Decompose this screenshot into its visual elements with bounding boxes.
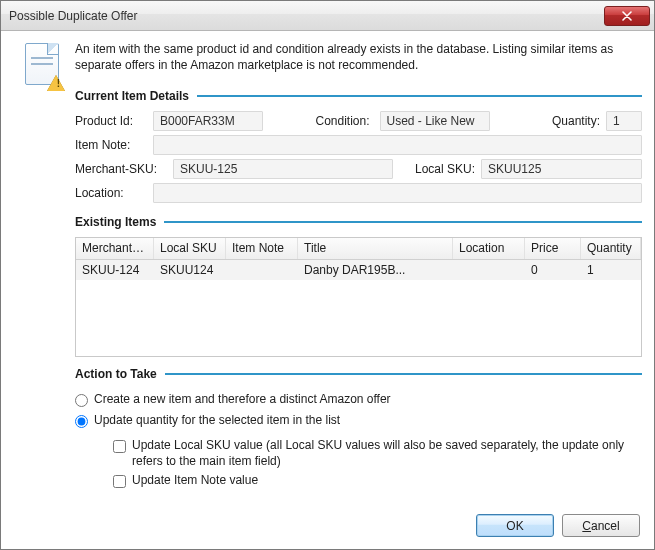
field-merchant-sku: SKUU-125 [173, 159, 393, 179]
main-column: An item with the same product id and con… [75, 41, 642, 539]
icon-column: ! [13, 41, 75, 539]
cell-item-note [226, 267, 298, 273]
field-location [153, 183, 642, 203]
ok-button-label: OK [506, 519, 523, 533]
close-button[interactable] [604, 6, 650, 26]
document-warning-icon: ! [25, 43, 59, 85]
cell-location [453, 267, 525, 273]
radio-create-new-input[interactable] [75, 394, 88, 407]
table-body[interactable]: SKUU-124 SKUU124 Danby DAR195B... 0 1 [76, 260, 641, 356]
check-update-item-note-input[interactable] [113, 475, 126, 488]
check-update-local-sku-label: Update Local SKU value (all Local SKU va… [132, 438, 642, 469]
check-update-item-note[interactable]: Update Item Note value [113, 473, 642, 489]
radio-update-qty-input[interactable] [75, 415, 88, 428]
section-action: Action to Take [75, 367, 642, 381]
title-bar: Possible Duplicate Offer [1, 1, 654, 31]
field-item-note [153, 135, 642, 155]
cancel-button-label: Cancel [582, 519, 619, 533]
col-quantity[interactable]: Quantity [581, 238, 641, 259]
label-local-sku: Local SKU: [411, 162, 475, 176]
section-current-item: Current Item Details [75, 89, 642, 103]
col-item-note[interactable]: Item Note [226, 238, 298, 259]
ok-button[interactable]: OK [476, 514, 554, 537]
col-merchant-sku[interactable]: Merchant-SKU [76, 238, 154, 259]
col-location[interactable]: Location [453, 238, 525, 259]
radio-update-qty-label: Update quantity for the selected item in… [94, 413, 340, 427]
radio-update-qty[interactable]: Update quantity for the selected item in… [75, 413, 642, 428]
label-quantity: Quantity: [542, 114, 600, 128]
col-local-sku[interactable]: Local SKU [154, 238, 226, 259]
cell-local-sku: SKUU124 [154, 260, 226, 280]
cell-merchant-sku: SKUU-124 [76, 260, 154, 280]
field-local-sku: SKUU125 [481, 159, 642, 179]
check-update-local-sku-input[interactable] [113, 440, 126, 453]
label-condition: Condition: [316, 114, 374, 128]
label-merchant-sku: Merchant-SKU: [75, 162, 167, 176]
section-divider [164, 221, 642, 223]
intro-text: An item with the same product id and con… [75, 41, 642, 73]
section-divider [165, 373, 642, 375]
label-product-id: Product Id: [75, 114, 147, 128]
section-divider [197, 95, 642, 97]
check-update-local-sku[interactable]: Update Local SKU value (all Local SKU va… [113, 438, 642, 469]
radio-create-new[interactable]: Create a new item and therefore a distin… [75, 392, 642, 407]
section-existing-items-label: Existing Items [75, 215, 156, 229]
col-title[interactable]: Title [298, 238, 453, 259]
update-sub-options: Update Local SKU value (all Local SKU va… [113, 435, 642, 491]
label-item-note: Item Note: [75, 138, 147, 152]
dialog-buttons: OK Cancel [476, 514, 640, 537]
existing-items-table: Merchant-SKU Local SKU Item Note Title L… [75, 237, 642, 357]
table-row[interactable]: SKUU-124 SKUU124 Danby DAR195B... 0 1 [76, 260, 641, 280]
window-title: Possible Duplicate Offer [9, 9, 138, 23]
field-product-id: B000FAR33M [153, 111, 263, 131]
col-price[interactable]: Price [525, 238, 581, 259]
check-update-item-note-label: Update Item Note value [132, 473, 258, 489]
close-icon [622, 11, 632, 21]
dialog-content: ! An item with the same product id and c… [1, 31, 654, 549]
field-quantity: 1 [606, 111, 642, 131]
section-existing-items: Existing Items [75, 215, 642, 229]
section-current-item-label: Current Item Details [75, 89, 189, 103]
cell-quantity: 1 [581, 260, 641, 280]
cell-price: 0 [525, 260, 581, 280]
label-location: Location: [75, 186, 147, 200]
section-action-label: Action to Take [75, 367, 157, 381]
field-condition: Used - Like New [380, 111, 490, 131]
radio-create-new-label: Create a new item and therefore a distin… [94, 392, 391, 406]
cancel-button[interactable]: Cancel [562, 514, 640, 537]
table-header: Merchant-SKU Local SKU Item Note Title L… [76, 238, 641, 260]
cell-title: Danby DAR195B... [298, 260, 453, 280]
current-item-form: Product Id: B000FAR33M Condition: Used -… [75, 111, 642, 203]
